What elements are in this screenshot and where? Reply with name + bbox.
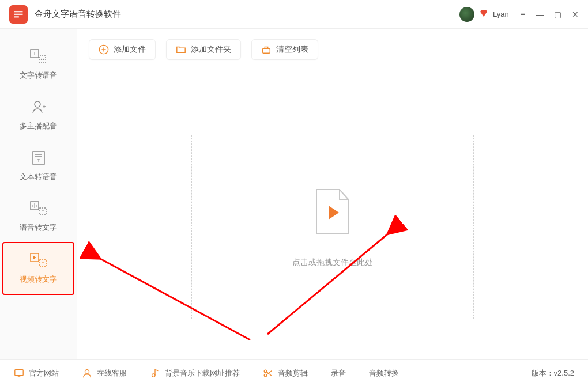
sidebar-item-label: 语音转文字 (20, 222, 57, 233)
button-label: 添加文件 (114, 44, 146, 55)
svg-rect-22 (263, 48, 270, 53)
button-label: 添加文件夹 (191, 44, 231, 55)
video-text-icon: T (29, 252, 48, 268)
title-bar: 金舟文字语音转换软件 Lyan ≡ — ▢ ✕ (0, 0, 588, 29)
svg-rect-2 (14, 16, 19, 17)
footer-label: 录音 (331, 368, 346, 379)
footer-label: 背景音乐下载网址推荐 (165, 368, 240, 379)
audio-trim-link[interactable]: 音频剪辑 (263, 368, 308, 379)
svg-text:T: T (33, 51, 36, 56)
close-icon[interactable]: ✕ (572, 10, 579, 19)
folder-icon (176, 44, 186, 55)
svg-text:T: T (37, 158, 40, 163)
online-support-link[interactable]: 在线客服 (82, 368, 127, 379)
app-logo-icon (9, 5, 28, 24)
sidebar-item-label: 多主播配音 (20, 121, 57, 131)
file-play-icon (310, 186, 356, 240)
user-area[interactable]: Lyan (459, 7, 509, 22)
svg-rect-0 (14, 11, 23, 12)
sidebar-item-label: 视频转文字 (20, 274, 57, 285)
clear-icon (261, 44, 272, 55)
footer-label: 官方网站 (29, 368, 59, 379)
footer-label: 音频转换 (369, 368, 399, 379)
footer-label: 在线客服 (97, 368, 127, 379)
sidebar-item-text-to-speech[interactable]: T 文字转语音 (0, 39, 77, 90)
doc-icon: T (29, 150, 48, 166)
clear-list-button[interactable]: 清空列表 (251, 39, 318, 60)
record-link[interactable]: 录音 (331, 368, 346, 379)
sidebar-item-multi-voice[interactable]: 多主播配音 (0, 90, 77, 141)
menu-icon[interactable]: ≡ (521, 10, 525, 19)
svg-rect-25 (15, 369, 23, 375)
bgm-recommend-link[interactable]: 背景音乐下载网址推荐 (150, 368, 240, 379)
sidebar-item-doc-to-speech[interactable]: T 文本转语音 (0, 141, 77, 191)
footer-bar: 官方网站 在线客服 背景音乐下载网址推荐 音频剪辑 录音 音频转换 版本：v2.… (0, 359, 588, 386)
svg-point-27 (152, 373, 155, 376)
app-title: 金舟文字语音转换软件 (35, 9, 121, 20)
sidebar-item-speech-to-text[interactable]: T 语音转文字 (0, 191, 77, 242)
avatar (459, 7, 474, 22)
main-area: 添加文件 添加文件夹 清空列表 (77, 29, 588, 359)
svg-text:T: T (42, 209, 44, 214)
username: Lyan (493, 10, 509, 18)
audio-convert-link[interactable]: 音频转换 (369, 368, 399, 379)
headset-icon (82, 368, 92, 379)
speech-text-icon: T (29, 200, 48, 217)
dropzone[interactable]: 点击或拖拽文件至此处 (191, 135, 474, 319)
music-icon (150, 368, 160, 379)
sidebar-item-label: 文字转语音 (20, 70, 57, 81)
sidebar: T 文字转语音 多主播配音 T 文本转语音 T 语音转文字 T 视频 (0, 29, 77, 359)
sidebar-item-label: 文本转语音 (20, 172, 57, 182)
svg-text:T: T (42, 261, 44, 266)
add-file-button[interactable]: 添加文件 (89, 39, 156, 60)
svg-point-6 (43, 59, 44, 60)
minimize-icon[interactable]: — (536, 10, 544, 19)
sidebar-item-video-to-text[interactable]: T 视频转文字 (2, 242, 74, 295)
gem-icon (479, 9, 488, 20)
person-plus-icon (29, 99, 48, 115)
text-speech-icon: T (29, 48, 48, 65)
add-folder-button[interactable]: 添加文件夹 (166, 39, 241, 60)
footer-label: 音频剪辑 (278, 368, 308, 379)
monitor-icon (14, 368, 24, 379)
button-label: 清空列表 (276, 44, 308, 55)
scissors-icon (263, 368, 273, 379)
svg-point-5 (40, 59, 42, 60)
official-site-link[interactable]: 官方网站 (14, 368, 59, 379)
svg-rect-1 (14, 13, 23, 14)
maximize-icon[interactable]: ▢ (554, 10, 561, 19)
version-label: 版本：v2.5.2 (532, 368, 574, 379)
svg-point-26 (85, 369, 89, 373)
svg-point-7 (35, 101, 40, 107)
toolbar: 添加文件 添加文件夹 清空列表 (89, 39, 576, 60)
dropzone-label: 点击或拖拽文件至此处 (292, 258, 373, 268)
plus-circle-icon (99, 44, 109, 55)
